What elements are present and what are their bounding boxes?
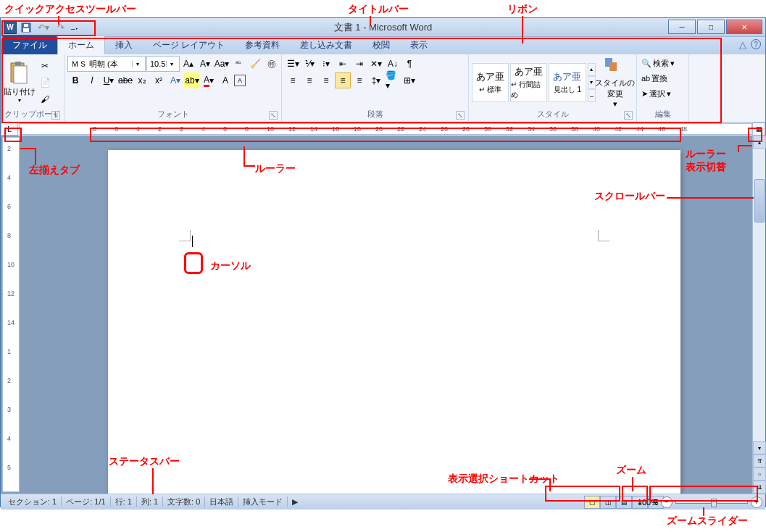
window-title: 文書 1 - Microsoft Word	[334, 21, 433, 34]
redbox-ribbon	[1, 38, 722, 123]
text-cursor	[192, 236, 193, 247]
annotation-zoom: ズーム	[616, 464, 646, 477]
browse-object-button[interactable]: ○	[753, 467, 766, 481]
help-icon[interactable]: ?	[751, 39, 761, 49]
status-col[interactable]: 列: 1	[137, 496, 163, 507]
status-section[interactable]: セクション: 1	[4, 496, 62, 507]
redbox-cursor	[184, 252, 203, 274]
annotation-qat: クイックアクセスツールバー	[4, 3, 136, 16]
scroll-down-arrow[interactable]: ▾	[753, 441, 766, 454]
anno-line	[243, 146, 245, 167]
anno-line	[152, 468, 154, 494]
scroll-thumb[interactable]	[754, 179, 765, 223]
redbox-qat	[1, 20, 96, 36]
anno-line	[667, 197, 754, 199]
annotation-statusbar: ステータスバー	[109, 455, 180, 468]
status-line[interactable]: 行: 1	[111, 496, 137, 507]
close-button[interactable]: ✕	[726, 20, 762, 34]
prev-page-button[interactable]: ⇈	[753, 454, 766, 467]
redbox-zoomslider	[649, 486, 758, 502]
minimize-ribbon-icon[interactable]: △	[739, 39, 746, 50]
redbox-tabselector	[4, 128, 22, 142]
annotation-ruler-toggle: ルーラー 表示切替	[686, 148, 726, 174]
annotation-ribbon: リボン	[507, 3, 538, 16]
macro-icon[interactable]: ▶	[288, 497, 302, 507]
anno-line	[739, 145, 752, 146]
margin-mark-tr	[598, 230, 609, 241]
vertical-scrollbar[interactable]: ▴ ▾ ⇈ ○ ⇊	[752, 136, 765, 494]
annotation-titlebar: タイトルバー	[348, 3, 409, 16]
annotation-zoom-slider: ズームスライダー	[667, 515, 748, 528]
redbox-ruler	[90, 128, 681, 142]
annotation-tab-selector: 左揃えタブ	[29, 164, 80, 177]
annotation-view-shortcut: 表示選択ショートカット	[448, 473, 559, 486]
maximize-button[interactable]: □	[697, 20, 725, 34]
annotation-scrollbar: スクロールバー	[594, 190, 665, 203]
status-lang[interactable]: 日本語	[205, 496, 238, 507]
redbox-rulertoggle	[748, 128, 762, 142]
status-mode[interactable]: 挿入モード	[238, 496, 288, 507]
anno-line	[738, 145, 739, 152]
margin-mark-tl	[179, 230, 191, 241]
anno-line	[370, 16, 371, 25]
vertical-ruler[interactable]: 246810121412345	[2, 137, 20, 492]
minimize-button[interactable]: ─	[668, 20, 696, 34]
status-chars[interactable]: 文字数: 0	[163, 496, 205, 507]
annotation-ruler: ルーラー	[255, 162, 296, 175]
redbox-viewbtns	[545, 486, 620, 502]
anno-line	[243, 165, 255, 167]
titlebar[interactable]: W ↶▾ ↷ ⎽▾ 文書 1 - Microsoft Word ─ □ ✕	[1, 18, 765, 37]
annotation-cursor: カーソル	[210, 259, 251, 273]
status-page[interactable]: ページ: 1/1	[62, 496, 110, 507]
anno-line	[35, 148, 36, 165]
anno-line	[20, 148, 36, 149]
redbox-zoom	[622, 486, 648, 502]
